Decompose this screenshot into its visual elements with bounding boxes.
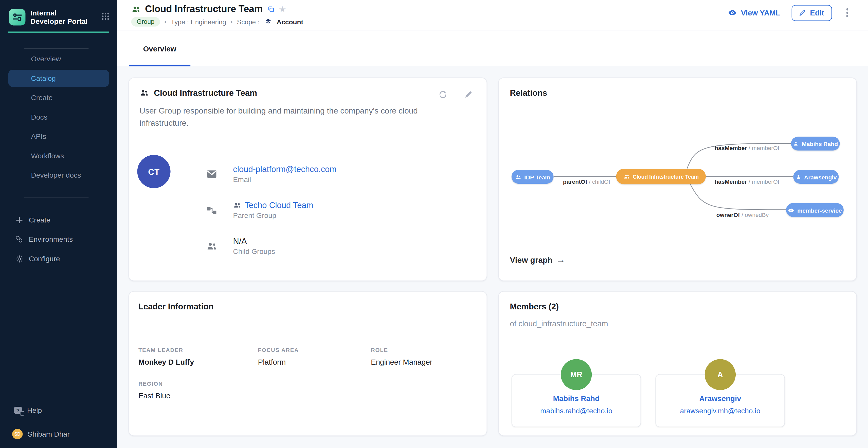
graph-node-cloud-infrastructure-team[interactable]: Cloud Infrastructure Team [616,169,706,184]
pencil-icon[interactable] [464,90,473,100]
logo-circuit-icon [11,11,23,23]
sidebar-tool-configure[interactable]: Configure [0,249,117,268]
field-value-region: East Blue [138,392,170,400]
field-label-region: REGION [138,381,163,387]
edge-label-ownerof: ownerOf/ ownedBy [716,211,769,218]
edit-button[interactable]: Edit [792,5,832,21]
group-icon [131,4,141,13]
field-label: Child Groups [233,247,275,256]
sidebar-spacer [0,268,117,406]
group-fields: cloud-platform@techco.com Email [205,164,336,273]
leader-info-card: Leader Information TEAM LEADER Monkey D … [128,291,487,436]
group-card-title: Cloud Infrastructure Team [154,88,257,97]
eye-icon [728,8,737,17]
group-icon [623,173,630,180]
graph-node-label: Arawsengiv [804,173,837,180]
group-card-header: Cloud Infrastructure Team [140,88,257,97]
avatar: SD [12,429,23,439]
sidebar-divider [24,197,89,197]
view-yaml-button[interactable]: View YAML [728,8,780,17]
sidebar-tool-label: Configure [29,254,60,263]
member-card-arawsengiv[interactable]: A Arawsengiv arawsengiv.mh@techo.io [655,374,785,427]
sidebar-tool-create[interactable]: Create [0,210,117,230]
pencil-icon [799,9,806,16]
plus-icon [15,216,24,224]
sidebar-tool-environments[interactable]: Environments [0,230,117,249]
sidebar-divider [24,48,89,49]
sidebar-item-developer-docs[interactable]: Developer docs [0,165,117,185]
graph-node-label: member-service [797,207,842,213]
graph-node-label: IDP Team [524,173,550,180]
member-email-link[interactable]: arawsengiv.mh@techo.io [656,407,784,415]
kebab-menu-icon[interactable] [843,6,851,19]
entity-scope-label: Scope : [237,18,259,26]
sidebar-item-label: Developer docs [31,171,81,180]
entity-scope-value: Account [277,18,303,26]
meta-separator: • [164,19,166,25]
person-icon [793,141,799,147]
sidebar-tool-label: Create [29,216,51,224]
sidebar-item-label: Overview [31,55,61,63]
parent-group-link[interactable]: Techo Cloud Team [233,200,313,210]
member-email-link[interactable]: mabihs.rahd@techo.io [512,407,641,415]
help-button[interactable]: ? Help [0,406,117,415]
help-bubble-icon: ? [14,407,22,414]
sidebar-item-apis[interactable]: APIs [0,127,117,146]
member-name-link[interactable]: Mabihs Rahd [512,394,641,403]
content-area: Cloud Infrastructure Team [117,66,868,448]
sidebar-item-workflows[interactable]: Workflows [0,146,117,165]
group-info-card: Cloud Infrastructure Team [128,77,487,281]
user-menu[interactable]: SD Shibam Dhar [0,429,117,439]
graph-node-member-service[interactable]: member-service [786,203,844,217]
copy-icon[interactable] [267,5,274,12]
sidebar-item-catalog[interactable]: Catalog [8,70,109,87]
entity-type: Type : Engineering [171,18,226,26]
tab-label: Overview [143,45,176,53]
entity-badge: Group [131,17,160,27]
app-logo[interactable] [9,9,26,26]
field-child-groups: N/A Child Groups [205,236,336,255]
member-card-mabihs-rahd[interactable]: MR Mabihs Rahd mabihs.rahd@techo.io [512,374,641,427]
user-name: Shibam Dhar [28,430,70,438]
sidebar-item-label: Catalog [31,74,56,83]
tab-overview[interactable]: Overview [129,30,190,66]
group-description: User Group responsible for building and … [140,105,425,129]
graph-node-arawsengiv[interactable]: Arawsengiv [793,170,839,184]
edge-label-hasmember-bottom: hasMember/ memberOf [715,178,779,185]
view-yaml-label: View YAML [741,9,780,17]
graph-node-idp-team[interactable]: IDP Team [512,170,554,184]
sidebar-item-docs[interactable]: Docs [0,107,117,127]
parent-group-name: Techo Cloud Team [245,200,313,210]
refresh-icon[interactable] [438,90,448,100]
group-icon [233,201,241,209]
hexagons-icon [15,235,24,244]
layers-icon [264,18,272,26]
field-value-focus-area: Platform [258,358,286,366]
sidebar-accent-line [8,31,109,32]
sidebar-item-label: Docs [31,113,48,121]
field-label-team-leader: TEAM LEADER [138,347,183,353]
email-link[interactable]: cloud-platform@techco.com [233,164,336,174]
page-title: Cloud Infrastructure Team [145,3,262,15]
star-icon[interactable]: ★ [279,5,286,13]
sidebar-item-label: Workflows [31,152,64,160]
field-parent-group: Techo Cloud Team Parent Group [205,200,336,219]
grid-icon[interactable] [101,9,110,21]
member-name-link[interactable]: Arawsengiv [656,394,784,403]
sidebar-nav: Overview Catalog Create Docs APIs Workfl… [0,48,117,198]
page-header: Cloud Infrastructure Team ★ Group • Type… [117,0,868,30]
members-subtitle: of cloud_infrastructure_team [510,319,608,328]
graph-node-label: Mabihs Rahd [802,140,838,147]
avatar: CT [137,155,170,188]
graph-node-mabihs-rahd[interactable]: Mabihs Rahd [791,136,840,151]
arrow-right-icon: → [556,255,565,265]
sidebar-item-overview[interactable]: Overview [0,49,117,68]
field-value-role: Engineer Manager [371,358,432,366]
edge-label-hasmember-top: hasMember/ memberOf [715,145,779,151]
avatar: MR [561,359,592,390]
view-graph-link[interactable]: View graph → [510,255,565,265]
sidebar-item-create[interactable]: Create [0,88,117,107]
group-card-actions [438,90,473,100]
edge-label-parentof: parentOf/ childOf [563,178,610,185]
field-label-focus-area: FOCUS AREA [258,347,299,353]
